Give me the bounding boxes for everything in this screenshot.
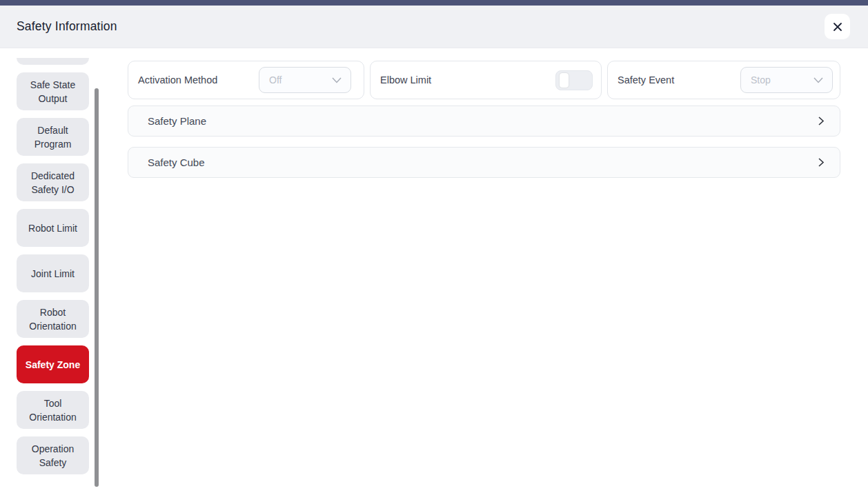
activation-method-select[interactable]: Off bbox=[259, 67, 351, 93]
settings-row: Activation Method Off Elbow Limit bbox=[128, 61, 840, 99]
section-label: Safety Plane bbox=[148, 115, 206, 127]
activation-method-label: Activation Method bbox=[138, 74, 217, 85]
elbow-limit-toggle[interactable] bbox=[555, 70, 593, 90]
section-list: Safety Plane Safety Cube bbox=[128, 105, 840, 178]
sidebar-item[interactable]: Dedicated Safety I/O bbox=[17, 163, 89, 201]
chevron-down-icon bbox=[813, 77, 823, 83]
safety-event-value: Stop bbox=[751, 74, 771, 85]
sidebar-item[interactable]: Robot Limit bbox=[17, 209, 89, 247]
page-title: Safety Information bbox=[17, 19, 117, 34]
sidebar-item[interactable]: Tool Orientation bbox=[17, 391, 89, 429]
sidebar-item[interactable]: Safety Zone bbox=[17, 345, 89, 383]
safety-event-card: Safety Event Stop bbox=[607, 61, 840, 99]
main-content: Activation Method Off Elbow Limit bbox=[128, 61, 840, 178]
section-row[interactable]: Safety Plane bbox=[128, 105, 840, 137]
sidebar-item[interactable]: Robot Orientation bbox=[17, 300, 89, 338]
sidebar-item-label: Joint Limit bbox=[31, 267, 75, 281]
elbow-limit-card: Elbow Limit bbox=[370, 61, 602, 99]
close-button[interactable] bbox=[825, 14, 850, 39]
sidebar-item-label: Default Program bbox=[20, 123, 86, 151]
sidebar-item[interactable]: Safe State Output bbox=[17, 72, 89, 110]
dialog-body: Safe State Output Default Program Dedica… bbox=[0, 48, 868, 492]
sidebar-item-label: Operation Safety bbox=[20, 442, 86, 470]
section-label: Safety Cube bbox=[148, 157, 205, 168]
close-icon bbox=[832, 21, 843, 32]
sidebar-item-label: Robot Orientation bbox=[20, 305, 86, 333]
sidebar-scrollbar[interactable] bbox=[95, 88, 99, 487]
safety-event-select[interactable]: Stop bbox=[740, 67, 833, 93]
sidebar-item-label: Dedicated Safety I/O bbox=[20, 169, 86, 197]
elbow-limit-label: Elbow Limit bbox=[380, 74, 431, 85]
chevron-right-icon bbox=[816, 116, 826, 126]
activation-method-card: Activation Method Off bbox=[128, 61, 364, 99]
sidebar-item-label: Robot Limit bbox=[28, 221, 77, 235]
sidebar-item[interactable]: Default Program bbox=[17, 118, 89, 156]
sidebar-item-clipped[interactable] bbox=[17, 58, 89, 65]
section-row[interactable]: Safety Cube bbox=[128, 147, 840, 178]
top-accent-bar bbox=[0, 0, 868, 6]
sidebar-item[interactable]: Operation Safety bbox=[17, 436, 89, 474]
sidebar-item-label: Safe State Output bbox=[20, 78, 86, 105]
sidebar-item-label: Tool Orientation bbox=[20, 396, 86, 424]
activation-method-value: Off bbox=[269, 74, 282, 85]
sidebar-item-label: Safety Zone bbox=[26, 358, 80, 372]
sidebar-nav: Safe State Output Default Program Dedica… bbox=[17, 58, 89, 474]
toggle-knob bbox=[560, 73, 569, 88]
sidebar-item[interactable]: Joint Limit bbox=[17, 254, 89, 292]
chevron-down-icon bbox=[332, 77, 342, 83]
safety-event-label: Safety Event bbox=[618, 74, 674, 85]
dialog-header: Safety Information bbox=[0, 6, 868, 48]
chevron-right-icon bbox=[816, 157, 826, 168]
